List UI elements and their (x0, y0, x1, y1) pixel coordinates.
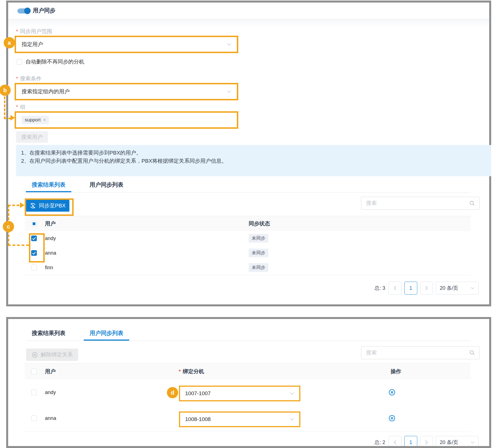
auto-delete-checkbox[interactable] (17, 59, 22, 65)
status-badge: 未同步 (249, 263, 268, 272)
pagination-prev-button[interactable] (389, 282, 402, 295)
user-sync-settings-panel: 用户同步 *同步用户范围 指定用户 a 自动删除不再同步的分机 *搜索条件 搜索… (6, 1, 491, 306)
table-row-finn: finn 未同步 (25, 260, 471, 275)
indeterminate-mark (33, 222, 35, 225)
chevron-left-icon (393, 440, 397, 445)
user-name: anna (45, 415, 56, 421)
group-tag-chip: support × (22, 116, 49, 124)
group-field-highlight: support × (15, 111, 238, 129)
group-tags-field[interactable]: support × (16, 113, 237, 127)
remove-tag-icon[interactable]: × (43, 117, 46, 123)
chevron-right-icon (425, 440, 428, 445)
search-icon[interactable] (469, 200, 475, 206)
user-name: finn (45, 265, 53, 271)
search-box (361, 197, 480, 210)
search-box (361, 346, 480, 359)
search-input[interactable] (366, 200, 469, 207)
select-all-checkbox[interactable] (31, 221, 37, 227)
user-sync-toggle[interactable] (17, 8, 29, 13)
tab-bottom-border (26, 192, 471, 193)
user-sync-list-panel: 搜索结果列表 用户同步列表 解除绑定关系 用户 *绑定分机 操作 andy d … (6, 317, 491, 448)
status-badge: 未同步 (249, 234, 268, 243)
sync-to-pbx-highlight: 同步至PBX (25, 198, 74, 216)
auto-delete-label: 自动删除不再同步的分机 (26, 58, 84, 65)
search-input[interactable] (366, 349, 469, 356)
page-size-value: 20 条/页 (440, 285, 458, 291)
scope-select[interactable]: 指定用户 (16, 37, 237, 52)
extension-select-andy[interactable]: 1007-1007 (180, 387, 299, 400)
table-row-anna: anna 未同步 (25, 246, 471, 261)
row-checkbox-finn[interactable] (31, 265, 37, 270)
col-header-user: 用户 (45, 368, 56, 375)
annotation-marker-d: d (167, 387, 178, 398)
sync-user-icon (30, 203, 36, 209)
row-checkbox-anna[interactable] (31, 415, 37, 421)
pagination-next-button[interactable] (420, 436, 433, 448)
unbind-row-icon[interactable] (388, 389, 396, 396)
info-box: 1、在搜索结果列表中选择需要同步到PBX的用户。 2、在用户同步列表中配置用户与… (16, 145, 491, 176)
pagination-next-button[interactable] (420, 282, 433, 295)
tab-search-results[interactable]: 搜索结果列表 (26, 177, 71, 192)
table-row-andy: andy 未同步 (25, 231, 471, 246)
col-header-status: 同步状态 (249, 220, 270, 227)
scope-label: *同步用户范围 (16, 28, 52, 35)
search-icon[interactable] (469, 350, 475, 356)
search-user-button[interactable]: 搜索用户 (16, 131, 48, 143)
info-line-2: 2、在用户同步列表中配置用户与分机的绑定关系，PBX将根据绑定关系同步用户信息。 (21, 157, 486, 165)
annotation-marker-a: a (4, 37, 15, 48)
sync-table-header: 用户 *绑定分机 操作 (25, 363, 471, 380)
tab-user-sync[interactable]: 用户同步列表 (84, 177, 129, 192)
row-checkbox-andy[interactable] (31, 390, 37, 395)
condition-select[interactable]: 搜索指定组内的用户 (16, 84, 237, 99)
condition-label: *搜索条件 (16, 75, 41, 82)
user-name: andy (45, 236, 56, 241)
sync-to-pbx-button[interactable]: 同步至PBX (26, 200, 69, 212)
connector-c-bottom-horizontal (8, 245, 29, 246)
col-header-operation: 操作 (385, 368, 407, 375)
chevron-down-icon (471, 287, 475, 289)
auto-delete-row: 自动删除不再同步的分机 (17, 58, 84, 65)
pagination-page-1[interactable]: 1 (404, 436, 417, 448)
pagination-page-1[interactable]: 1 (404, 282, 417, 295)
chevron-left-icon (393, 286, 397, 291)
chevron-down-icon (227, 43, 231, 46)
status-badge: 未同步 (249, 249, 268, 257)
required-asterisk: * (16, 76, 18, 82)
required-asterisk: * (16, 28, 18, 34)
page-title: 用户同步 (33, 7, 55, 14)
col-header-extension: *绑定分机 (179, 368, 204, 375)
tab-user-sync[interactable]: 用户同步列表 (84, 325, 129, 341)
unbind-row-icon[interactable] (388, 415, 396, 422)
unbind-icon (31, 352, 38, 358)
unbind-button[interactable]: 解除绑定关系 (26, 349, 78, 361)
results-table-header: 用户 同步状态 (25, 216, 471, 232)
extension-select-anna[interactable]: 1008-1008 (180, 413, 299, 426)
pagination-total: 总: 3 (331, 285, 385, 291)
group-tag-label: support (25, 117, 41, 123)
scope-select-highlight: 指定用户 (15, 36, 238, 53)
page-size-select[interactable]: 20 条/页 (436, 436, 479, 448)
checkbox-highlight-frame (29, 233, 45, 263)
connector-c-top-horizontal (8, 205, 19, 206)
info-line-1: 1、在搜索结果列表中选择需要同步到PBX的用户。 (21, 149, 486, 157)
extension-value: 1007-1007 (185, 390, 211, 397)
tab-bottom-border (26, 341, 471, 341)
page-size-select[interactable]: 20 条/页 (436, 282, 479, 295)
tab-bar: 搜索结果列表 用户同步列表 (26, 177, 129, 192)
chevron-right-icon (425, 286, 428, 291)
tab-search-results[interactable]: 搜索结果列表 (26, 325, 71, 341)
select-all-checkbox[interactable] (31, 369, 37, 374)
sync-row-andy: andy d 1007-1007 (25, 379, 471, 406)
connector-b-arrowhead (10, 115, 15, 121)
connector-c-arrowhead (20, 202, 24, 208)
scope-select-value: 指定用户 (22, 41, 43, 48)
tab-bar: 搜索结果列表 用户同步列表 (26, 325, 129, 341)
pagination-prev-button[interactable] (389, 436, 402, 448)
annotation-marker-b: b (0, 85, 11, 96)
sync-row-anna: anna 1008-1008 (25, 405, 471, 431)
header-gradient (8, 19, 489, 28)
page-size-value: 20 条/页 (440, 439, 458, 446)
chevron-down-icon (227, 90, 231, 93)
col-header-user: 用户 (45, 220, 56, 227)
extension-select-highlight: 1008-1008 (179, 411, 300, 427)
